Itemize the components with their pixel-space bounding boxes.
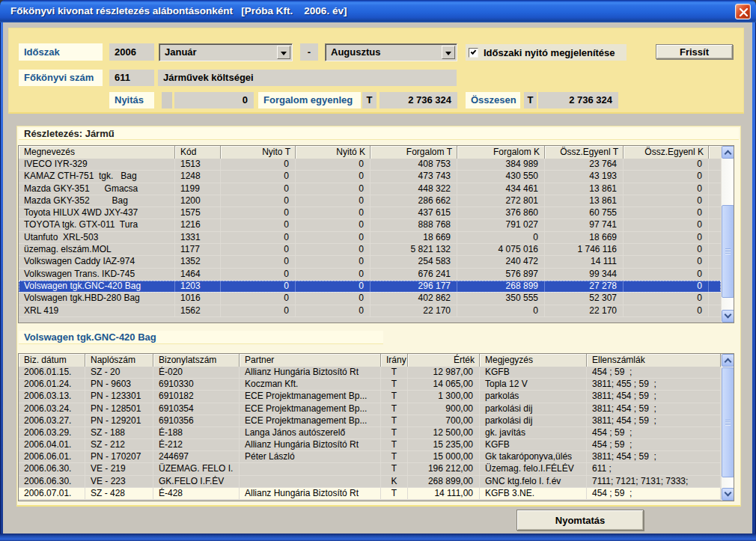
cell: 408 753 — [371, 159, 457, 170]
column-header[interactable]: Össz.Egyenl K — [624, 146, 709, 159]
account-name-field[interactable]: Járművek költségei — [158, 70, 457, 86]
account-number-field[interactable]: 611 — [109, 70, 154, 86]
table-row[interactable]: Volkswagen Caddy IAZ-974135200254 583240… — [19, 256, 721, 268]
cell: 196 212,00 — [408, 463, 480, 474]
cell-stub — [709, 183, 721, 195]
cell: 0 — [457, 232, 545, 243]
cell: Péter László — [240, 451, 381, 462]
table-row[interactable]: Utanfuto XRL-50313310018 669018 6690 — [19, 232, 721, 244]
column-header[interactable]: Forgalom K — [457, 146, 545, 159]
scrollbar-thumb[interactable] — [722, 367, 734, 477]
content-panel: Részletezés: Jármű MegnevezésKódNyito TN… — [16, 126, 741, 507]
cell: 0 — [296, 281, 371, 292]
cell: 0 — [221, 281, 296, 292]
scroll-down-icon[interactable] — [722, 488, 734, 501]
year-field[interactable]: 2006 — [109, 43, 154, 61]
table-row[interactable]: 2006.06.30.VE - 219ÜZEMAG. FELO I.T196 2… — [19, 463, 721, 475]
transactions-table-scrollbar[interactable] — [721, 354, 734, 501]
refresh-button[interactable]: Frissít — [656, 44, 733, 59]
cell: 14 111 — [545, 256, 624, 267]
table-row[interactable]: Mazda GKY-352 Bag120000286 662272 80113 … — [19, 195, 721, 207]
cell: 268 899 — [457, 281, 545, 292]
scrollbar-thumb[interactable] — [722, 205, 734, 298]
print-button[interactable]: Nyomtatás — [516, 510, 644, 531]
column-header[interactable]: Partner — [240, 354, 381, 367]
cell: 4 075 016 — [457, 244, 545, 255]
table-row[interactable]: Volswagen tgk.HBD-280 Bag101600402 86235… — [19, 293, 721, 305]
cell: 6910356 — [153, 415, 240, 427]
cell: 0 — [296, 171, 371, 182]
column-header[interactable]: Forgalom T — [371, 146, 457, 159]
table-row[interactable]: 2006.07.01.SZ - 428É-428Allianz Hungária… — [19, 488, 721, 500]
cell-stub — [709, 305, 721, 317]
table-row[interactable]: 2006.01.24.PN - 96036910330Koczman Kft.T… — [19, 379, 721, 391]
cell: parkolási dij — [480, 415, 587, 427]
table-row[interactable]: 2006.04.01.SZ - 212É-212Allianz Hungária… — [19, 439, 721, 451]
cell: 97 741 — [545, 219, 624, 230]
cell: 6910330 — [153, 379, 240, 390]
column-header[interactable]: Biz. dátum — [19, 354, 85, 367]
cell: 0 — [221, 195, 296, 207]
column-header[interactable]: Érték — [408, 354, 480, 367]
cell-stub — [709, 207, 721, 218]
table-row[interactable]: IVECO IYR-329151300408 753384 98923 7640 — [19, 159, 721, 171]
cell: 454 ; 59 ; — [587, 427, 721, 438]
table-row[interactable]: Volswagen tgk.GNC-420 Bag120300296 17726… — [19, 281, 721, 293]
cell: 0 — [624, 293, 709, 304]
column-header[interactable]: Nyito T — [221, 146, 296, 159]
column-header[interactable]: Irány — [381, 354, 408, 367]
opening-checkbox[interactable] — [469, 48, 478, 58]
cell: 1575 — [175, 207, 221, 218]
column-header[interactable]: Megjegyzés — [480, 354, 587, 367]
table-row[interactable]: 2006.03.29.SZ - 188É-188Langa János autó… — [19, 427, 721, 439]
cell: 448 322 — [371, 183, 457, 195]
table-row[interactable]: Toyota HILUX 4WD JXY-437157500437 615376… — [19, 207, 721, 219]
opening-label: Nyitás — [109, 92, 154, 108]
column-header[interactable]: Megnevezés — [19, 146, 175, 159]
table-row[interactable]: XRL 41915620022 170022 1700 — [19, 305, 721, 317]
table-row[interactable]: TOYOTA tgk. GTX-011 Tura121600888 768791… — [19, 219, 721, 231]
cell: 2006.06.30. — [19, 476, 85, 487]
cell: 18 669 — [545, 232, 624, 243]
close-icon — [738, 7, 749, 18]
cell: 0 — [296, 256, 371, 267]
detail-table-scrollbar[interactable] — [721, 146, 734, 323]
table-row[interactable]: Volkswagen Trans. IKD-745146400676 24157… — [19, 269, 721, 281]
scroll-up-icon[interactable] — [722, 146, 734, 159]
column-header[interactable]: Össz.Egyenl T — [545, 146, 624, 159]
month-from-dropdown-icon[interactable] — [277, 46, 290, 59]
cell: Mazda GKY-351 Gmacsa — [19, 183, 175, 195]
table-row[interactable]: KAMAZ CTH-751 tgk. Bag124800473 743430 5… — [19, 171, 721, 183]
table-row[interactable]: Mazda GKY-351 Gmacsa119900448 322434 461… — [19, 183, 721, 195]
cell: 791 027 — [457, 219, 545, 230]
column-header[interactable]: Nyitó K — [296, 146, 371, 159]
column-header[interactable]: Kód — [175, 146, 221, 159]
column-header[interactable]: Ellenszámlák — [587, 354, 721, 367]
cell: 2006.01.24. — [19, 379, 85, 390]
turnover-side-field: T — [362, 92, 377, 108]
title-bar: Főkönyvi kivonat részletezés alábontáson… — [0, 0, 756, 22]
table-row[interactable]: 2006.03.13.PN - 1233016910182ECE Projekt… — [19, 391, 721, 403]
column-header[interactable]: Naplószám — [85, 354, 153, 367]
cell: 13 861 — [545, 183, 624, 195]
cell: SZ - 20 — [85, 367, 153, 378]
month-from-select[interactable]: Január — [159, 43, 293, 61]
scroll-down-icon[interactable] — [722, 310, 734, 323]
table-row[interactable]: 2006.06.30.VE - 223GK.FELO I.F.ÉVK268 89… — [19, 476, 721, 488]
cell: PN - 9603 — [85, 379, 153, 390]
cell: 0 — [624, 281, 709, 292]
table-row[interactable]: 2006.01.15.SZ - 20É-020Allianz Hungária … — [19, 367, 721, 379]
table-row[interactable]: 2006.03.27.PN - 1292016910356ECE Projekt… — [19, 415, 721, 427]
table-row[interactable]: 2006.03.24.PN - 1285016910354ECE Projekt… — [19, 403, 721, 415]
scroll-up-icon[interactable] — [722, 354, 734, 367]
close-button[interactable] — [735, 4, 751, 19]
month-to-dropdown-icon[interactable] — [442, 46, 455, 59]
filter-panel: Időszak 2006 Január - Augusztus Időszaki… — [8, 28, 744, 114]
table-row[interactable]: 2006.06.01.PN - 170207244697Péter László… — [19, 451, 721, 463]
cell: KGFB — [480, 439, 587, 450]
table-row[interactable]: üzemag. elszám.MOL1177005 821 1324 075 0… — [19, 244, 721, 256]
column-header[interactable]: Bizonylatszám — [153, 354, 240, 367]
cell: 12 500,00 — [408, 427, 480, 438]
cell: 576 897 — [457, 269, 545, 280]
month-to-select[interactable]: Augusztus — [325, 43, 457, 61]
